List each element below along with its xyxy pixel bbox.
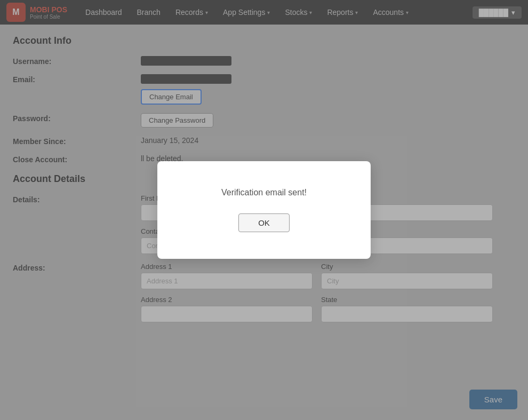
modal-box: Verification email sent! OK (157, 161, 371, 259)
modal-overlay: Verification email sent! OK (0, 0, 528, 420)
modal-ok-button[interactable]: OK (238, 213, 290, 232)
modal-message: Verification email sent! (221, 188, 307, 197)
